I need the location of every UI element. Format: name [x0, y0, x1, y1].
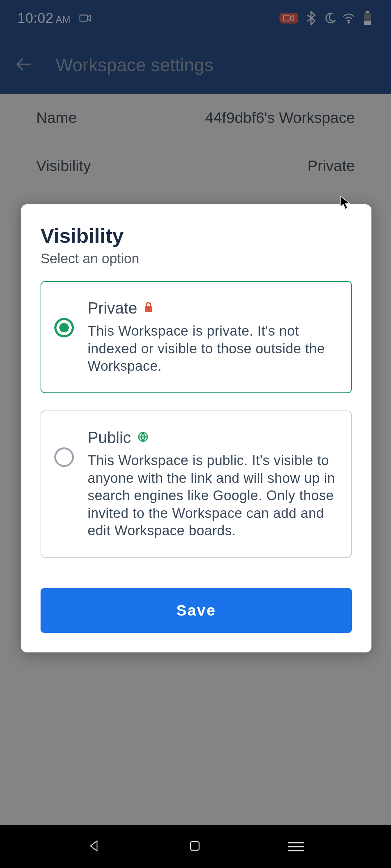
option-title: Public [88, 429, 131, 447]
option-private[interactable]: Private This Workspace is private. It's … [41, 281, 352, 393]
system-nav-bar [0, 825, 391, 868]
visibility-modal: Visibility Select an option Private This… [21, 204, 371, 652]
modal-subtitle: Select an option [41, 251, 352, 267]
svg-rect-6 [145, 306, 152, 312]
save-button[interactable]: Save [41, 588, 352, 633]
option-description: This Workspace is public. It's visible t… [88, 452, 338, 540]
modal-title: Visibility [41, 224, 352, 247]
radio-selected-icon [54, 318, 74, 337]
globe-icon [138, 431, 148, 444]
radio-unselected-icon [54, 447, 74, 467]
svg-rect-8 [190, 842, 199, 850]
nav-recent-icon[interactable] [288, 842, 304, 851]
lock-icon [144, 302, 153, 314]
option-public[interactable]: Public This Workspace is public. It's vi… [41, 410, 352, 558]
option-description: This Workspace is private. It's not inde… [88, 322, 338, 375]
nav-home-icon[interactable] [188, 839, 201, 854]
nav-back-icon[interactable] [87, 839, 101, 855]
option-title: Private [88, 299, 137, 317]
